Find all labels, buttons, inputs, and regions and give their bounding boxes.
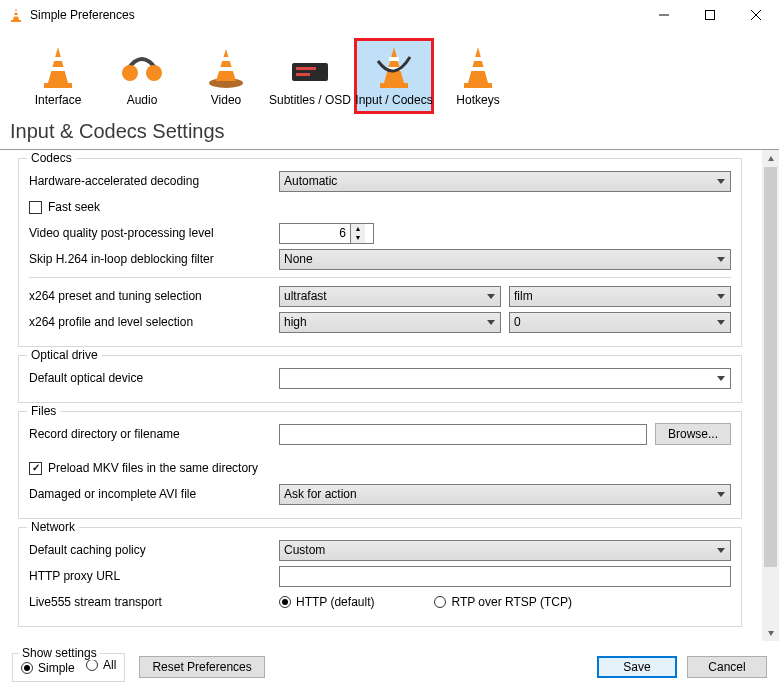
- input-record-dir[interactable]: [279, 424, 647, 445]
- titlebar: Simple Preferences: [0, 0, 779, 30]
- svg-rect-2: [14, 11, 18, 13]
- checkbox-fast-seek[interactable]: [29, 201, 42, 214]
- tab-label: Video: [211, 93, 241, 107]
- label-rtp-rtsp: RTP over RTSP (TCP): [451, 595, 571, 609]
- svg-rect-18: [292, 63, 328, 81]
- svg-rect-10: [53, 57, 63, 61]
- tab-label: Subtitles / OSD: [269, 93, 351, 107]
- svg-marker-0: [13, 8, 19, 20]
- group-optical: Optical drive Default optical device: [18, 355, 742, 403]
- tab-interface[interactable]: Interface: [18, 38, 98, 114]
- label-x264-profile: x264 profile and level selection: [29, 315, 279, 329]
- svg-rect-1: [11, 20, 21, 22]
- select-x264-tuning[interactable]: film: [509, 286, 731, 307]
- subtitles-icon: [286, 43, 334, 91]
- tab-subtitles[interactable]: Subtitles / OSD: [270, 38, 350, 114]
- input-http-proxy[interactable]: [279, 566, 731, 587]
- show-settings-box: Show settings Simple All: [12, 653, 125, 682]
- label-caching: Default caching policy: [29, 543, 279, 557]
- label-hw-decoding: Hardware-accelerated decoding: [29, 174, 279, 188]
- radio-simple[interactable]: [21, 662, 33, 674]
- svg-point-12: [122, 65, 138, 81]
- label-preload-mkv: Preload MKV files in the same directory: [48, 461, 258, 475]
- maximize-button[interactable]: [687, 0, 733, 30]
- svg-rect-27: [473, 57, 483, 61]
- video-icon: [202, 43, 250, 91]
- select-x264-preset[interactable]: ultrafast: [279, 286, 501, 307]
- browse-button[interactable]: Browse...: [655, 423, 731, 445]
- scroll-thumb[interactable]: [764, 167, 777, 567]
- select-damaged-avi[interactable]: Ask for action: [279, 484, 731, 505]
- svg-rect-17: [219, 67, 233, 71]
- select-caching[interactable]: Custom: [279, 540, 731, 561]
- svg-rect-16: [221, 57, 231, 61]
- spin-up-icon[interactable]: ▲: [351, 224, 365, 234]
- category-tabs: Interface Audio Video Subtitles / OSD In…: [0, 30, 779, 116]
- tab-input-codecs[interactable]: Input / Codecs: [354, 38, 434, 114]
- tab-label: Input / Codecs: [355, 93, 432, 107]
- select-default-optical[interactable]: [279, 368, 731, 389]
- radio-http-default[interactable]: [279, 596, 291, 608]
- page-title: Input & Codecs Settings: [0, 116, 779, 150]
- label-http-proxy: HTTP proxy URL: [29, 569, 279, 583]
- group-codecs: Codecs Hardware-accelerated decoding Aut…: [18, 158, 742, 347]
- show-settings-legend: Show settings: [19, 646, 100, 660]
- svg-marker-25: [468, 47, 488, 83]
- vlc-cone-icon: [8, 7, 24, 23]
- label-http-default: HTTP (default): [296, 595, 374, 609]
- spin-down-icon[interactable]: ▼: [351, 233, 365, 243]
- spinbox-pp-level[interactable]: ▲▼: [279, 223, 374, 244]
- minimize-button[interactable]: [641, 0, 687, 30]
- svg-rect-20: [296, 73, 310, 76]
- select-skip-deblock[interactable]: None: [279, 249, 731, 270]
- tab-label: Interface: [35, 93, 82, 107]
- save-button[interactable]: Save: [597, 656, 677, 678]
- svg-rect-9: [44, 83, 72, 88]
- label-live555: Live555 stream transport: [29, 595, 279, 609]
- scroll-up-icon[interactable]: [762, 150, 779, 167]
- tab-audio[interactable]: Audio: [102, 38, 182, 114]
- group-network: Network Default caching policy Custom HT…: [18, 527, 742, 627]
- tab-label: Hotkeys: [456, 93, 499, 107]
- reset-preferences-button[interactable]: Reset Preferences: [139, 656, 264, 678]
- close-button[interactable]: [733, 0, 779, 30]
- label-simple: Simple: [38, 661, 75, 675]
- spinbox-input[interactable]: [280, 224, 350, 243]
- window-title: Simple Preferences: [30, 8, 135, 22]
- footer: Show settings Simple All Reset Preferenc…: [0, 641, 779, 689]
- select-x264-profile[interactable]: high: [279, 312, 501, 333]
- cancel-button[interactable]: Cancel: [687, 656, 767, 678]
- checkbox-preload-mkv[interactable]: [29, 462, 42, 475]
- radio-rtp-rtsp[interactable]: [434, 596, 446, 608]
- hotkeys-icon: [454, 43, 502, 91]
- label-skip-deblock: Skip H.264 in-loop deblocking filter: [29, 252, 279, 266]
- svg-rect-23: [389, 57, 399, 61]
- svg-rect-28: [471, 67, 485, 71]
- settings-scroll-area: Codecs Hardware-accelerated decoding Aut…: [0, 150, 760, 641]
- svg-marker-21: [384, 47, 404, 83]
- svg-rect-19: [296, 67, 316, 70]
- vertical-scrollbar[interactable]: [762, 150, 779, 641]
- radio-all[interactable]: [86, 659, 98, 671]
- group-files: Files Record directory or filename Brows…: [18, 411, 742, 519]
- select-hw-decoding[interactable]: Automatic: [279, 171, 731, 192]
- svg-marker-29: [768, 156, 774, 161]
- label-record-dir: Record directory or filename: [29, 427, 279, 441]
- label-pp-level: Video quality post-processing level: [29, 226, 279, 240]
- tab-video[interactable]: Video: [186, 38, 266, 114]
- tab-label: Audio: [127, 93, 158, 107]
- select-x264-level[interactable]: 0: [509, 312, 731, 333]
- group-legend: Files: [27, 404, 60, 418]
- label-damaged-avi: Damaged or incomplete AVI file: [29, 487, 279, 501]
- label-fast-seek: Fast seek: [48, 200, 100, 214]
- separator: [29, 277, 731, 278]
- label-x264-preset: x264 preset and tuning selection: [29, 289, 279, 303]
- group-legend: Codecs: [27, 151, 76, 165]
- tab-hotkeys[interactable]: Hotkeys: [438, 38, 518, 114]
- label-all: All: [103, 658, 116, 672]
- group-legend: Optical drive: [27, 348, 102, 362]
- label-default-optical: Default optical device: [29, 371, 279, 385]
- scroll-down-icon[interactable]: [762, 624, 779, 641]
- interface-icon: [34, 43, 82, 91]
- svg-rect-11: [51, 67, 65, 71]
